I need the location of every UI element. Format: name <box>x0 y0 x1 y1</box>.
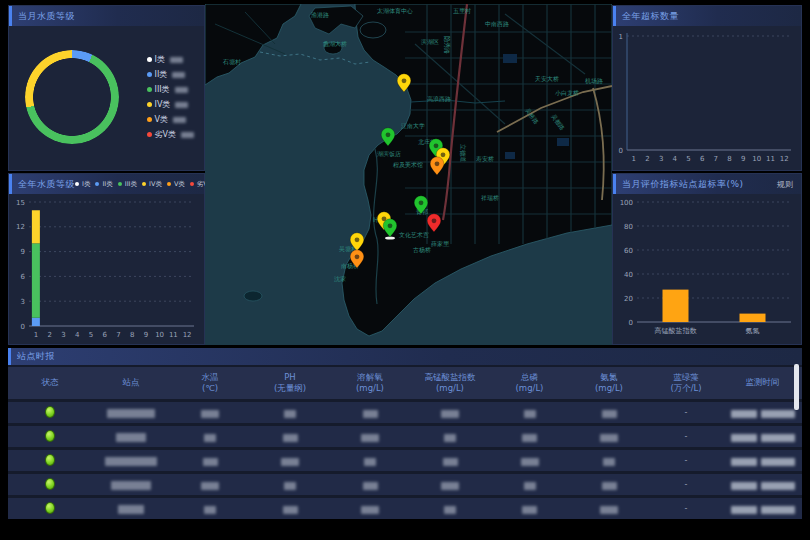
legend-label: IV类 <box>155 99 171 110</box>
svg-text:11: 11 <box>766 155 775 163</box>
cell-do <box>330 475 410 494</box>
rules-link[interactable]: 规则 <box>777 179 793 190</box>
redacted-value <box>361 506 379 514</box>
map-place-label: 寿安桥 <box>475 155 494 162</box>
cell-codmn <box>410 475 490 494</box>
redacted-value <box>107 409 155 418</box>
svg-text:9: 9 <box>144 331 148 339</box>
map-place-label: 太湖体育中心 <box>377 7 413 14</box>
cell-temp <box>170 451 250 470</box>
legend-label: III类 <box>155 84 170 95</box>
legend-item[interactable]: 劣V类 <box>147 129 194 140</box>
map-place-label: 石塘村 <box>222 58 241 66</box>
redacted-value <box>761 482 795 490</box>
legend-item[interactable]: V类 <box>167 180 185 189</box>
svg-text:3: 3 <box>21 298 25 306</box>
table-title: 站点时报 <box>11 350 55 363</box>
legend-item[interactable]: II类 <box>95 180 112 189</box>
donut-legend: I类II类III类IV类V类劣V类 <box>147 54 194 140</box>
legend-item[interactable]: IV类 <box>147 99 194 110</box>
legend-item[interactable]: I类 <box>147 54 194 65</box>
legend-dot <box>75 182 79 186</box>
legend-label: III类 <box>125 180 137 189</box>
map[interactable]: 石塘村渔港路太湖体育中心五里村中南西路隐秀路滨湖区高浪西路蠡湖大桥江南大学北庄桥… <box>205 4 612 345</box>
legend-item[interactable]: III类 <box>147 84 194 95</box>
legend-item[interactable]: IV类 <box>142 180 162 189</box>
table-body: ----- <box>8 402 802 519</box>
legend-dot <box>190 182 194 186</box>
legend-item[interactable]: II类 <box>147 69 194 80</box>
redacted-value <box>521 458 539 466</box>
table-row[interactable]: - <box>8 498 802 519</box>
map-place-label: 中南西路 <box>485 20 509 28</box>
cell-tp <box>490 427 569 446</box>
map-place-label: 文化艺术宫 <box>399 231 429 239</box>
col-status: 状态 <box>8 377 92 388</box>
status-dot-green <box>45 478 55 490</box>
map-place-label: 程及美术馆 <box>393 161 423 169</box>
cell-codmn <box>410 499 490 518</box>
svg-text:10: 10 <box>752 155 761 163</box>
svg-text:100: 100 <box>620 199 633 207</box>
svg-text:3: 3 <box>61 331 65 339</box>
panel-header: 当月评价指标站点超标率(%) 规则 <box>613 174 801 194</box>
cell-ph <box>250 427 330 446</box>
legend-dot <box>147 87 152 92</box>
cell-status <box>8 451 92 470</box>
cell-tp <box>490 475 569 494</box>
map-patch <box>557 138 569 146</box>
panel-year-exceed: 全年超标数量 01123456789101112 <box>612 5 802 171</box>
redacted-value <box>731 410 757 418</box>
map-place-label: 隐秀路 <box>443 36 451 54</box>
col-temp: 水温(℃) <box>170 372 250 394</box>
map-place-label: 天安大桥 <box>535 75 559 82</box>
legend-item[interactable]: V类 <box>147 114 194 125</box>
cell-ph <box>250 403 330 422</box>
redacted-value <box>444 506 456 514</box>
cell-status <box>8 499 92 518</box>
cell-station <box>92 403 170 422</box>
map-place-label: 古杨桥 <box>413 246 431 254</box>
year-quality-chart: 03691215123456789101112 <box>9 194 204 342</box>
cell-nh3n <box>569 427 649 446</box>
redacted-value <box>731 434 757 442</box>
legend-item[interactable]: I类 <box>75 180 90 189</box>
table-row[interactable]: - <box>8 426 802 447</box>
svg-text:40: 40 <box>624 271 633 279</box>
redacted-value <box>284 410 296 418</box>
panel-month-quality: 当月水质等级 I类II类III类IV类V类劣V类 <box>8 5 205 171</box>
redacted-value <box>284 482 296 490</box>
redacted-value <box>175 87 188 93</box>
cell-station <box>92 427 170 446</box>
svg-text:5: 5 <box>686 155 690 163</box>
cell-temp <box>170 427 250 446</box>
cell-temp <box>170 475 250 494</box>
redacted-value <box>444 434 456 442</box>
cell-station <box>92 499 170 518</box>
redacted-value <box>364 458 376 466</box>
cell-algae: - <box>649 504 723 513</box>
map-island <box>244 291 262 301</box>
table-scrollbar-thumb[interactable] <box>794 364 799 410</box>
svg-text:7: 7 <box>714 155 718 163</box>
legend-item[interactable]: III类 <box>118 180 137 189</box>
cell-tp <box>490 451 569 470</box>
cell-codmn <box>410 427 490 446</box>
map-patch <box>505 152 515 159</box>
redacted-value <box>603 458 615 466</box>
svg-text:氨氮: 氨氮 <box>746 327 760 335</box>
cell-nh3n <box>569 451 649 470</box>
svg-text:12: 12 <box>780 155 789 163</box>
redacted-value <box>363 410 378 418</box>
table-row[interactable]: - <box>8 402 802 423</box>
cell-time <box>723 403 802 422</box>
table-row[interactable]: - <box>8 450 802 471</box>
redacted-value <box>201 410 219 418</box>
map-place-label: 薛家里 <box>431 240 450 247</box>
redacted-value <box>201 482 219 490</box>
donut-wrap: I类II类III类IV类V类劣V类 <box>9 26 204 168</box>
svg-text:60: 60 <box>624 247 633 255</box>
map-svg: 石塘村渔港路太湖体育中心五里村中南西路隐秀路滨湖区高浪西路蠡湖大桥江南大学北庄桥… <box>205 4 612 345</box>
redacted-value <box>204 434 216 442</box>
table-row[interactable]: - <box>8 474 802 495</box>
